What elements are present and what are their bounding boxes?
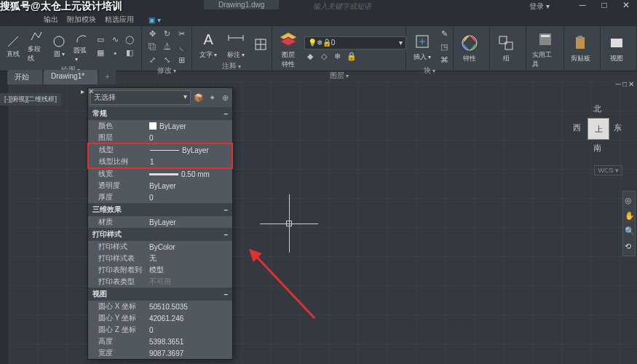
prop-row[interactable]: 材质ByLayer xyxy=(88,216,232,228)
quickselect-icon[interactable]: 📦 xyxy=(194,92,204,103)
panel-view: 视图 xyxy=(601,26,637,71)
mirror-icon[interactable]: ⏃ xyxy=(161,41,173,52)
tab-add[interactable]: + xyxy=(99,70,115,84)
tab-drawing[interactable]: Drawing1* xyxy=(44,70,98,84)
tool-circle[interactable]: 圆 xyxy=(50,33,68,60)
svg-line-0 xyxy=(8,36,18,47)
ribbon-tab[interactable]: 精选应用 xyxy=(105,15,134,25)
prop-row[interactable]: 宽度9087.3697 xyxy=(88,347,232,359)
left-strip xyxy=(0,71,9,364)
nav-pan-icon[interactable]: ✋ xyxy=(625,211,633,221)
nav-wheel-icon[interactable]: ◎ xyxy=(625,196,633,205)
fillet-icon[interactable]: ◟ xyxy=(175,41,187,52)
nav-orbit-icon[interactable]: ⟲ xyxy=(625,242,633,251)
prop-row[interactable]: 高度5398.3651 xyxy=(88,336,232,347)
ellipse-icon[interactable]: ◯ xyxy=(124,34,135,46)
panel-label[interactable]: 注释 xyxy=(197,61,266,72)
tab-start[interactable]: 开始 xyxy=(7,70,42,84)
prop-row[interactable]: 打印样式表无 xyxy=(88,253,232,264)
section-3d[interactable]: 三维效果– xyxy=(88,203,232,216)
prop-row[interactable]: 颜色ByLayer xyxy=(88,120,232,132)
tool-arc[interactable]: 圆弧 xyxy=(72,29,90,64)
document-name-tab[interactable]: Drawing1.dwg xyxy=(204,0,279,9)
svg-rect-15 xyxy=(541,35,550,37)
panel-insert: 插入✎◳⌘ 块 xyxy=(406,26,454,71)
copy-icon[interactable]: ⿻ xyxy=(146,41,158,52)
scale-icon[interactable]: ⤡ xyxy=(161,54,173,66)
prop-row-ltscale[interactable]: 线型比例1 xyxy=(89,156,232,167)
section-general[interactable]: 常规– xyxy=(88,107,232,120)
viewcube[interactable]: 北 南 西 东 上 xyxy=(573,103,624,154)
maximize-button[interactable]: □ xyxy=(593,0,615,13)
canvas-close-icon[interactable]: ✕ xyxy=(628,80,634,88)
canvas-min-icon[interactable]: ─ xyxy=(616,80,621,88)
tool-table[interactable] xyxy=(252,36,269,53)
prop-row[interactable]: 线宽0.50 mm xyxy=(88,168,232,180)
nav-zoom-icon[interactable]: 🔍 xyxy=(625,226,633,236)
prop-row[interactable]: 圆心 Y 坐标42061.246 xyxy=(88,312,232,324)
spline-icon[interactable]: ∿ xyxy=(109,34,121,46)
prop-row[interactable]: 透明度ByLayer xyxy=(88,180,232,191)
block-tool-icon[interactable]: ✎ xyxy=(438,28,450,39)
search-input[interactable]: 输入关键字或短语 xyxy=(313,1,371,12)
block-tool-icon[interactable]: ◳ xyxy=(438,41,450,52)
tool-layer-properties[interactable]: 图层 特性 xyxy=(277,28,300,71)
prop-row[interactable]: 打印样式ByColor xyxy=(88,241,232,253)
section-plot[interactable]: 打印样式– xyxy=(88,228,232,241)
modify-tools[interactable]: ✥↻✂ ⿻⏃◟ ⤢⤡⊞ xyxy=(146,28,189,66)
wcs-label[interactable]: WCS ▾ xyxy=(594,165,622,175)
rotate-icon[interactable]: ↻ xyxy=(161,28,173,39)
svg-line-19 xyxy=(255,255,314,318)
svg-rect-17 xyxy=(578,36,582,39)
watermark-text: 搜狐号@太仓上元设计培训 xyxy=(0,0,122,13)
pick-icon[interactable]: ⊕ xyxy=(220,92,230,103)
tool-group[interactable]: 组 xyxy=(494,31,518,65)
minimize-button[interactable]: ─ xyxy=(571,0,593,13)
prop-row[interactable]: 圆心 Z 坐标0 xyxy=(88,324,232,336)
tool-polyline[interactable]: 多段线 xyxy=(26,28,46,65)
block-tool-icon[interactable]: ⌘ xyxy=(438,54,450,66)
trim-icon[interactable]: ✂ xyxy=(175,28,187,39)
login-button[interactable]: 登录 ▾ xyxy=(529,1,550,12)
layer-tool-icon[interactable]: 🔒 xyxy=(346,51,357,63)
canvas-max-icon[interactable]: □ xyxy=(622,80,627,88)
prop-row[interactable]: 图层0 xyxy=(88,132,232,143)
hatch-icon[interactable]: ▦ xyxy=(95,47,106,59)
selection-combo[interactable]: 无选择▾ xyxy=(90,90,191,105)
tool-line[interactable]: 直线 xyxy=(4,33,22,60)
prop-row-linetype[interactable]: 线型ByLayer xyxy=(89,144,232,156)
region-icon[interactable]: ◧ xyxy=(124,47,135,59)
svg-rect-18 xyxy=(611,39,622,47)
layer-tool-icon[interactable]: ❄ xyxy=(332,51,344,63)
prop-row[interactable]: 厚度0 xyxy=(88,191,232,203)
prop-row[interactable]: 打印表附着到模型 xyxy=(88,264,232,276)
layer-combo[interactable]: 💡❄🔒 0▾ xyxy=(304,36,406,50)
prop-row[interactable]: 圆心 X 坐标50510.5035 xyxy=(88,301,232,312)
rect-icon[interactable]: ▭ xyxy=(95,34,106,46)
tool-text[interactable]: A文字 xyxy=(197,28,220,61)
layer-tool-icon[interactable]: ◆ xyxy=(304,51,316,63)
panel-properties: 特性 xyxy=(454,26,490,71)
tool-insert[interactable]: 插入 xyxy=(411,30,434,63)
move-icon[interactable]: ✥ xyxy=(146,28,158,39)
tool-view[interactable]: 视图 xyxy=(605,31,628,65)
viewcube-top[interactable]: 上 xyxy=(587,118,609,140)
tool-properties[interactable]: 特性 xyxy=(458,31,481,65)
layer-tool-icon[interactable]: ◇ xyxy=(318,51,330,63)
point-icon[interactable]: • xyxy=(109,47,121,59)
close-button[interactable]: ✕ xyxy=(615,0,637,13)
tool-clipboard[interactable]: 剪贴板 xyxy=(569,31,592,65)
ribbon-tab[interactable]: 输出 xyxy=(44,15,58,25)
stretch-icon[interactable]: ⤢ xyxy=(146,54,158,66)
ribbon-tab[interactable]: 附加模块 xyxy=(67,15,96,25)
draw-small-tools[interactable]: ▭∿◯ ▦•◧ xyxy=(95,34,137,59)
array-icon[interactable]: ⊞ xyxy=(175,54,187,66)
tool-util[interactable]: 实用工具 xyxy=(531,28,559,71)
prop-row[interactable]: 打印表类型不可用 xyxy=(88,276,232,288)
viewport-label[interactable]: [-][俯视][二维线框] xyxy=(0,93,61,106)
tool-dimension[interactable]: 标注 xyxy=(224,28,248,61)
section-view[interactable]: 视图– xyxy=(88,288,232,301)
panel-close-strip[interactable]: ✕▸ xyxy=(79,87,95,95)
nav-bar[interactable]: ◎✋🔍⟲ xyxy=(622,191,636,256)
select-icon[interactable]: ✦ xyxy=(207,92,217,103)
